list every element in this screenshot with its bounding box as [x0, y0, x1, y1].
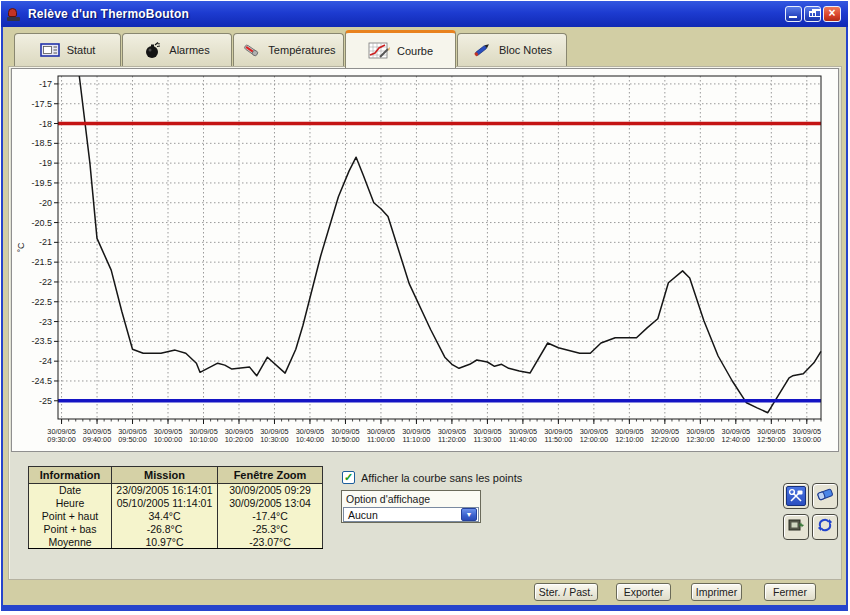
x-tick-time-label: 12:30:00 — [686, 435, 714, 444]
info-table-header: InformationMissionFenêtre Zoom — [29, 467, 323, 484]
y-axis-label: °C — [16, 242, 26, 253]
bomb-icon — [144, 41, 162, 59]
x-tick-time-label: 11:10:00 — [402, 435, 430, 444]
restore-button[interactable] — [804, 6, 821, 22]
window-title: Relève d'un ThermoBouton — [28, 7, 189, 21]
x-tick-time-label: 10:10:00 — [189, 435, 217, 444]
info-table-row: Point + haut34.4°C-17.4°C — [29, 510, 323, 523]
x-tick-time-label: 12:40:00 — [722, 435, 750, 444]
display-option-select[interactable]: Aucun ▼ — [343, 507, 479, 522]
window-bottom-border — [1, 605, 848, 611]
copy-view-icon — [787, 517, 805, 537]
tab-label: Courbe — [397, 45, 433, 57]
x-tick-time-label: 13:00:00 — [793, 435, 821, 444]
tab-label: Alarmes — [169, 44, 209, 56]
show-curve-checkbox[interactable]: ✓ — [342, 471, 355, 484]
y-tick-label: -23.5 — [31, 336, 52, 346]
tab-alarmes[interactable]: Alarmes — [122, 33, 232, 66]
copy-view-button[interactable] — [783, 514, 809, 540]
info-table-cell: Heure — [29, 497, 112, 510]
y-tick-label: -22 — [39, 277, 52, 287]
exporter-button[interactable]: Exporter — [616, 583, 671, 601]
info-table-body: Date23/09/2005 16:14:0130/09/2005 09:29H… — [29, 484, 323, 549]
y-tick-label: -19.5 — [31, 178, 52, 188]
info-table-row: Point + bas-26.8°C-25.3°C — [29, 523, 323, 536]
minimize-button[interactable] — [785, 6, 802, 22]
info-table-cell: 23/09/2005 16:14:01 — [112, 484, 218, 497]
tab-statut[interactable]: Statut — [14, 33, 121, 66]
fermer-button[interactable]: Fermer — [764, 583, 816, 601]
info-table-cell: 05/10/2005 11:14:01 — [112, 497, 218, 510]
app-icon — [7, 7, 22, 22]
info-table-cell: -23.07°C — [218, 536, 323, 549]
x-tick-time-label: 09:50:00 — [118, 435, 146, 444]
chart-panel: -17-17.5-18-18.5-19-19.5-20-20.5-21-21.5… — [11, 68, 839, 452]
eraser-button[interactable] — [812, 483, 838, 509]
x-tick-time-label: 11:20:00 — [438, 435, 466, 444]
x-tick-time-label: 11:50:00 — [544, 435, 572, 444]
info-table-cell: 34.4°C — [112, 510, 218, 523]
eraser-icon — [816, 486, 834, 506]
thermometer-icon — [241, 42, 261, 58]
info-table-row: Moyenne10.97°C-23.07°C — [29, 536, 323, 549]
tools-button[interactable] — [783, 483, 809, 509]
x-tick-time-label: 12:50:00 — [757, 435, 785, 444]
tab-bloc-notes[interactable]: Bloc Notes — [457, 33, 567, 66]
x-tick-time-label: 12:00:00 — [580, 435, 608, 444]
chevron-down-icon: ▼ — [461, 508, 477, 521]
x-tick-time-label: 10:40:00 — [296, 435, 324, 444]
x-tick-time-label: 12:10:00 — [615, 435, 643, 444]
y-tick-label: -18 — [39, 119, 52, 129]
application-window: Relève d'un ThermoBouton × Statut Alarme… — [0, 0, 850, 615]
x-tick-time-label: 09:30:00 — [47, 435, 75, 444]
x-tick-time-label: 11:00:00 — [367, 435, 395, 444]
info-table-cell: -26.8°C — [112, 523, 218, 536]
ster-past-button[interactable]: Ster. / Past. — [534, 583, 598, 601]
tab-temperatures[interactable]: Températures — [233, 33, 344, 66]
tab-courbe[interactable]: Courbe — [345, 30, 456, 68]
refresh-icon — [817, 517, 833, 537]
close-button[interactable]: × — [823, 6, 841, 22]
info-table-header-cell: Mission — [112, 467, 218, 484]
info-table-header-cell: Information — [29, 467, 112, 484]
x-tick-time-label: 10:00:00 — [154, 435, 182, 444]
y-tick-label: -21.5 — [31, 257, 52, 267]
x-tick-time-label: 09:40:00 — [83, 435, 111, 444]
curve-chart-icon — [368, 42, 390, 60]
info-table-cell: 30/09/2005 09:29 — [218, 484, 323, 497]
show-curve-checkbox-row: ✓ Afficher la courbe sans les points — [342, 471, 522, 484]
chart-plot-area[interactable] — [58, 76, 821, 419]
x-tick-time-label: 10:20:00 — [225, 435, 253, 444]
info-table-cell: -25.3°C — [218, 523, 323, 536]
x-tick-time-label: 10:50:00 — [331, 435, 359, 444]
info-table: InformationMissionFenêtre Zoom Date23/09… — [28, 466, 323, 549]
y-tick-label: -20.5 — [31, 218, 52, 228]
info-table-cell: Point + haut — [29, 510, 112, 523]
display-option-label: Option d'affichage — [346, 493, 480, 505]
tab-label: Températures — [268, 44, 335, 56]
y-tick-label: -24 — [39, 356, 52, 366]
info-table-row: Date23/09/2005 16:14:0130/09/2005 09:29 — [29, 484, 323, 497]
y-tick-label: -21 — [39, 237, 52, 247]
tab-label: Bloc Notes — [499, 44, 552, 56]
x-tick-time-label: 11:30:00 — [473, 435, 501, 444]
y-tick-label: -17.5 — [31, 99, 52, 109]
title-bar: Relève d'un ThermoBouton × — [1, 1, 848, 27]
refresh-button[interactable] — [812, 514, 838, 540]
y-tick-label: -25 — [39, 396, 52, 406]
y-tick-label: -18.5 — [31, 138, 52, 148]
info-table-cell: Moyenne — [29, 536, 112, 549]
tools-icon — [786, 486, 806, 506]
y-tick-label: -19 — [39, 158, 52, 168]
status-panel-icon — [40, 43, 60, 57]
info-table-cell: -17.4°C — [218, 510, 323, 523]
y-tick-label: -17 — [39, 79, 52, 89]
minimize-icon — [789, 16, 797, 18]
display-option-group: Option d'affichage Aucun ▼ — [341, 490, 481, 523]
y-tick-label: -23 — [39, 317, 52, 327]
display-option-value: Aucun — [348, 509, 461, 521]
x-tick-time-label: 10:30:00 — [260, 435, 288, 444]
pen-icon — [472, 41, 492, 59]
imprimer-button[interactable]: Imprimer — [691, 583, 742, 601]
info-table-row: Heure05/10/2005 11:14:0130/09/2005 13:04 — [29, 497, 323, 510]
